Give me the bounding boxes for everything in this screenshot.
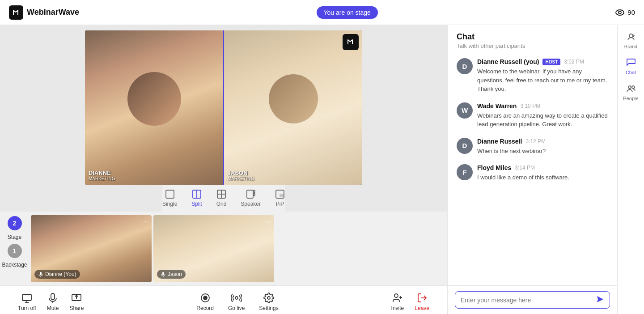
- layout-grid-label: Grid: [216, 201, 227, 207]
- layout-speaker-label: Speaker: [241, 201, 261, 207]
- msg-text-dianne2: When is the next webinar?: [477, 147, 546, 156]
- leave-icon: [417, 293, 428, 303]
- message-dianne2: D Dianne Russell 3:12 PM When is the nex…: [457, 138, 608, 156]
- svg-point-0: [616, 10, 624, 15]
- msg-header-floyd1: Floyd Miles 3:14 PM: [477, 164, 569, 171]
- svg-rect-8: [247, 190, 253, 198]
- viewer-number: 90: [627, 8, 635, 16]
- thumb-dianne: ··· Dianne (You): [31, 215, 152, 282]
- chat-input[interactable]: [461, 297, 596, 304]
- leave-button[interactable]: Leave: [415, 293, 429, 311]
- chat-sidebar: Chat Talk with other participants D Dian…: [447, 25, 617, 314]
- eye-icon: [615, 8, 625, 17]
- video-role-dianne: MARKETING: [89, 176, 115, 181]
- logo: WebinarWave: [9, 5, 79, 20]
- svg-point-26: [628, 86, 631, 89]
- chat-input-area: [448, 285, 617, 314]
- mute-label: Mute: [47, 305, 59, 311]
- host-badge-dianne1: HOST: [542, 59, 560, 65]
- layout-split[interactable]: Split: [191, 189, 202, 207]
- send-icon: [596, 295, 604, 303]
- layout-pip-label: PiP: [276, 201, 284, 207]
- svg-point-20: [267, 297, 270, 299]
- svg-rect-12: [280, 194, 284, 197]
- msg-content-dianne1: Dianne Russell (you) HOST 3:02 PM Welcom…: [477, 58, 608, 93]
- nav-brand[interactable]: Brand: [618, 29, 644, 53]
- msg-name-floyd1: Floyd Miles: [477, 164, 511, 171]
- nav-brand-label: Brand: [624, 44, 637, 49]
- thumb-menu-dianne[interactable]: ···: [143, 218, 149, 226]
- video-role-jason: MARKETING: [228, 176, 254, 181]
- avatar-wade1: W: [457, 102, 473, 119]
- chat-header: Chat Talk with other participants: [448, 25, 617, 53]
- mic-icon-jason: [161, 272, 166, 277]
- send-button[interactable]: [596, 295, 604, 305]
- message-dianne1: D Dianne Russell (you) HOST 3:02 PM Welc…: [457, 58, 608, 93]
- msg-time-wade1: 3:10 PM: [520, 103, 540, 109]
- thumb-name-jason-text: Jason: [168, 271, 182, 277]
- toolbar-right: Invite Leave: [391, 293, 429, 311]
- msg-content-floyd1: Floyd Miles 3:14 PM I would like a demo …: [477, 164, 569, 182]
- chat-title: Chat: [457, 32, 608, 42]
- svg-point-21: [394, 294, 398, 297]
- svg-point-25: [629, 34, 633, 38]
- video-name-jason: JASON: [228, 170, 254, 176]
- bottom-toolbar: Turn off Mute Share Record Go: [0, 285, 447, 314]
- nav-chat[interactable]: Chat: [618, 55, 644, 79]
- layout-pip[interactable]: PiP: [275, 189, 285, 207]
- logo-text: WebinarWave: [27, 8, 79, 17]
- backstage-label: Backstage: [2, 262, 27, 268]
- viewer-count: 90: [615, 8, 635, 17]
- layout-grid[interactable]: Grid: [216, 189, 227, 207]
- video-logo-jason: [343, 34, 359, 50]
- svg-rect-13: [22, 294, 31, 301]
- brand-icon: [626, 32, 636, 42]
- nav-people-label: People: [623, 96, 638, 101]
- stage-count: 2: [8, 216, 22, 230]
- thumb-name-dianne: Dianne (You): [34, 270, 80, 279]
- chat-icon: [626, 58, 636, 68]
- msg-content-dianne2: Dianne Russell 3:12 PM When is the next …: [477, 138, 546, 156]
- main: DIANNE MARKETING JASON: [0, 25, 644, 314]
- mute-icon: [47, 293, 58, 303]
- msg-time-floyd1: 3:14 PM: [515, 165, 535, 171]
- chat-subtitle: Talk with other participants: [457, 42, 608, 49]
- panels-area: 2 Stage 1 Backstage ··· Dianne (You): [0, 212, 447, 285]
- leave-label: Leave: [415, 305, 429, 311]
- layout-speaker[interactable]: Speaker: [241, 189, 261, 207]
- chat-messages: D Dianne Russell (you) HOST 3:02 PM Welc…: [448, 53, 617, 285]
- svg-point-18: [203, 296, 207, 300]
- header: WebinarWave You are on stage 90: [0, 0, 644, 25]
- settings-icon: [263, 293, 274, 303]
- thumb-menu-jason[interactable]: ···: [266, 218, 271, 226]
- record-button[interactable]: Record: [196, 293, 214, 311]
- nav-people[interactable]: People: [618, 81, 644, 105]
- msg-text-wade1: Webinars are an amazing way to create a …: [477, 111, 608, 129]
- msg-text-dianne1: Welcome to the webinar. If you have any …: [477, 67, 608, 93]
- people-icon: [626, 84, 636, 94]
- backstage-count: 1: [8, 244, 22, 258]
- svg-point-27: [632, 86, 635, 89]
- chat-input-wrap: [455, 291, 610, 309]
- video-stage: DIANNE MARKETING JASON: [85, 30, 362, 185]
- mute-button[interactable]: Mute: [47, 293, 59, 311]
- message-floyd1: F Floyd Miles 3:14 PM I would like a dem…: [457, 164, 608, 182]
- record-icon: [200, 293, 211, 303]
- golive-icon: [231, 293, 242, 303]
- nav-chat-label: Chat: [626, 70, 636, 75]
- settings-button[interactable]: Settings: [259, 293, 278, 311]
- svg-point-19: [235, 297, 238, 299]
- golive-button[interactable]: Go live: [228, 293, 245, 311]
- msg-name-dianne2: Dianne Russell: [477, 138, 522, 145]
- msg-content-wade1: Wade Warren 3:10 PM Webinars are an amaz…: [477, 102, 608, 129]
- thumb-grid: ··· Dianne (You) ··· Jason: [29, 212, 447, 285]
- logo-icon: [9, 5, 23, 20]
- message-wade1: W Wade Warren 3:10 PM Webinars are an am…: [457, 102, 608, 129]
- turnoff-button[interactable]: Turn off: [18, 293, 36, 311]
- stage-area: DIANNE MARKETING JASON: [0, 25, 447, 212]
- invite-button[interactable]: Invite: [391, 293, 404, 311]
- share-button[interactable]: Share: [69, 293, 84, 311]
- msg-name-dianne1: Dianne Russell (you): [477, 58, 539, 65]
- video-cell-dianne: DIANNE MARKETING: [85, 30, 223, 185]
- layout-single[interactable]: Single: [162, 189, 177, 207]
